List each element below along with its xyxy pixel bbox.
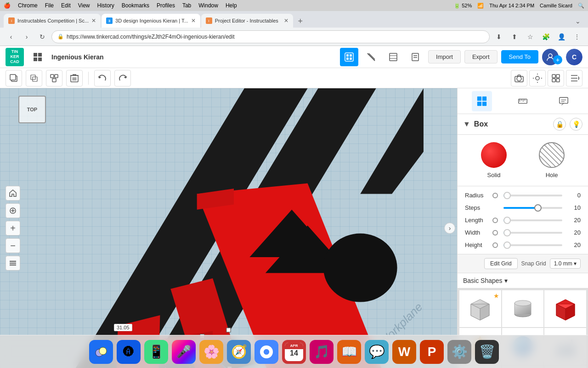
delete-button[interactable] [66,70,83,86]
new-tab-button[interactable]: + [294,15,307,28]
length-circle[interactable] [492,218,498,223]
profile-icon[interactable]: 👤 [555,30,568,43]
redo-button[interactable] [114,70,131,86]
panel-tab-comment[interactable] [554,91,574,111]
forward-button[interactable]: › [20,30,33,43]
zoom-out-button[interactable]: − [6,238,20,253]
dock-finder[interactable] [89,340,113,364]
dock-settings[interactable]: ⚙️ [447,340,471,364]
dock-safari[interactable]: 🧭 [227,340,251,364]
menu-edit[interactable]: Edit [61,2,71,9]
radius-circle[interactable] [492,193,498,198]
height-slider[interactable] [503,244,562,246]
width-circle[interactable] [492,230,498,236]
home-button[interactable] [6,186,20,201]
dock-powerpoint[interactable]: P [420,340,444,364]
menu-help[interactable]: Help [226,2,237,9]
lock-shape-button[interactable]: 🔒 [553,118,566,131]
shape-item-box-starred[interactable]: ★ [459,290,501,327]
snap-value[interactable]: 1.0 mm ▾ [550,259,581,269]
view-cube-top-face[interactable]: TOP [18,96,46,123]
hole-shape[interactable] [539,142,565,168]
zoom-in-button[interactable]: + [6,221,20,236]
view-cube[interactable]: TOP [18,96,51,128]
layers-button[interactable] [384,48,402,66]
dock-photos[interactable]: 🌸 [199,340,223,364]
dock-book[interactable]: 📖 [337,340,361,364]
export-button[interactable]: Export [464,50,498,63]
dock-siri[interactable]: 🎤 [172,340,196,364]
grid-view-icon[interactable] [29,49,46,65]
solid-shape[interactable] [481,142,507,168]
multidup-button[interactable] [26,70,42,86]
user-avatar[interactable]: C [566,49,582,65]
tab-search-icon[interactable]: ⌄ [571,15,584,28]
shape-item-cylinder[interactable] [502,290,544,327]
menu-bookmarks[interactable]: Bookmarks [122,2,149,9]
height-circle[interactable] [492,242,498,248]
tab-close-3[interactable]: ✕ [284,17,288,24]
viewport[interactable]: Workplane TOP [0,88,457,368]
dock-facetime[interactable]: 📱 [144,340,168,364]
group-button[interactable] [46,70,62,86]
camera-button[interactable] [511,70,527,86]
duplicate-button[interactable] [6,70,22,86]
shape-item-box-red[interactable] [544,290,586,327]
menu-window[interactable]: Window [198,2,218,9]
align-button[interactable] [566,70,582,86]
light-button[interactable] [529,70,546,86]
share-icon[interactable]: ⬆ [508,30,521,43]
dock-word[interactable]: W [392,340,416,364]
menu-history[interactable]: History [97,2,114,9]
send-to-button[interactable]: Send To [501,50,538,63]
edit-grid-button[interactable]: Edit Grid [484,258,518,269]
fit-button[interactable] [6,203,20,218]
browser-tab-2[interactable]: 3 3D design Ingenious Kieran | T... ✕ [102,14,200,28]
bookmark-icon[interactable]: ☆ [524,30,537,43]
browser-tab-3[interactable]: I Project Editor - Instructables ✕ [201,14,293,28]
menu-tab[interactable]: Tab [182,2,191,9]
shape-info-button[interactable]: 💡 [570,118,582,131]
dock-music[interactable]: 🎵 [310,340,334,364]
measure-button[interactable] [362,48,380,66]
address-bar[interactable]: 🔒 https://www.tinkercad.com/things/eZJth… [51,30,490,43]
extension-icon[interactable]: 🧩 [539,30,552,43]
more-icon[interactable]: ⋮ [571,30,583,43]
object-list-button[interactable] [6,256,20,270]
scroll-right-arrow[interactable]: › [444,223,455,234]
download-icon[interactable]: ⬇ [492,30,505,43]
reload-button[interactable]: ↻ [36,30,49,43]
length-slider[interactable] [503,219,562,221]
menu-view[interactable]: View [78,2,90,9]
panel-tab-grid[interactable] [472,91,492,111]
apple-menu[interactable]: 🍎 [4,2,11,9]
dock-messages[interactable]: 💬 [365,340,389,364]
width-slider[interactable] [503,232,562,234]
panel-tab-ruler[interactable] [513,91,533,111]
dock-calendar[interactable]: APR 14 [282,340,306,364]
collapse-button[interactable]: ▼ [463,120,470,128]
3d-view-button[interactable] [340,48,358,66]
search-icon[interactable]: 🔍 [578,3,584,9]
hole-option[interactable]: Hole [539,142,565,178]
library-category-dropdown[interactable]: Basic Shapes ▾ [463,277,508,284]
tab-close-1[interactable]: ✕ [91,17,96,24]
add-collaborator-icon[interactable]: + [553,55,562,64]
dock-appstore[interactable]: 🅐 [117,340,141,364]
undo-button[interactable] [94,70,111,86]
menu-file[interactable]: File [45,2,54,9]
tinkercad-logo[interactable]: TINKERCAD [6,48,24,66]
dock-trash[interactable]: 🗑️ [475,340,499,364]
shape-view-button[interactable] [548,70,564,86]
dock-chrome[interactable] [254,340,278,364]
tab-close-2[interactable]: ✕ [191,17,196,24]
steps-slider[interactable] [503,207,562,209]
menu-chrome[interactable]: Chrome [18,2,38,9]
solid-option[interactable]: Solid [481,142,507,178]
back-button[interactable]: ‹ [5,30,17,43]
radius-slider[interactable] [503,195,562,196]
menu-profiles[interactable]: Profiles [157,2,175,9]
browser-tab-1[interactable]: I Instructables Competition | Sc... ✕ [4,14,101,28]
import-button[interactable]: Import [428,50,461,63]
notes-button[interactable] [406,48,424,66]
